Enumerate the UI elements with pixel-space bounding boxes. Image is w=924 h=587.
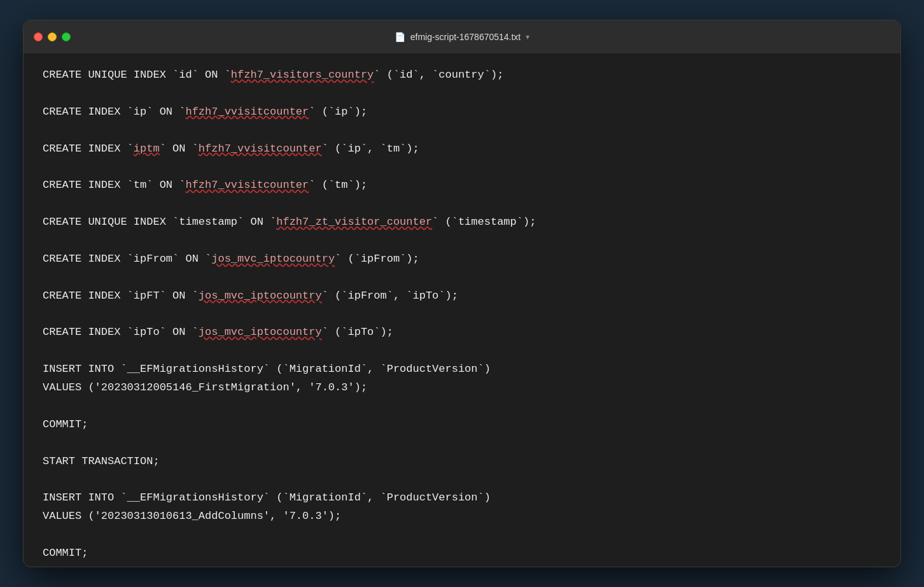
close-button[interactable] (34, 32, 43, 41)
code-line-12 (43, 269, 881, 287)
code-line-11: CREATE INDEX `ipFrom` ON `jos_mvc_iptoco… (43, 250, 881, 269)
minimize-button[interactable] (48, 32, 57, 41)
code-editor: CREATE UNIQUE INDEX `id` ON `hfzh7_visit… (43, 66, 881, 563)
code-line-4 (43, 122, 881, 140)
window-title-area: 📄 efmig-script-1678670514.txt ▾ (395, 32, 530, 42)
app-window: 📄 efmig-script-1678670514.txt ▾ CREATE U… (23, 20, 901, 567)
code-line-17: INSERT INTO `__EFMigrationsHistory` (`Mi… (43, 360, 881, 379)
code-line-15: CREATE INDEX `ipTo` ON `jos_mvc_iptocoun… (43, 323, 881, 342)
code-line-21 (43, 434, 881, 453)
file-icon: 📄 (395, 32, 405, 42)
code-line-1: CREATE UNIQUE INDEX `id` ON `hfzh7_visit… (43, 66, 881, 85)
code-line-3: CREATE INDEX `ip` ON `hfzh7_vvisitcounte… (43, 103, 881, 122)
code-line-25: VALUES ('20230313010613_AddColumns', '7.… (43, 507, 881, 526)
code-line-23 (43, 471, 881, 490)
code-line-18: VALUES ('20230312005146_FirstMigration',… (43, 379, 881, 397)
chevron-down-icon[interactable]: ▾ (526, 32, 529, 41)
code-line-26 (43, 526, 881, 544)
code-line-22: START TRANSACTION; (43, 453, 881, 471)
traffic-lights (34, 32, 71, 41)
window-title: efmig-script-1678670514.txt (410, 32, 521, 42)
code-line-16 (43, 342, 881, 360)
code-line-6 (43, 158, 881, 176)
code-line-9: CREATE UNIQUE INDEX `timestamp` ON `hfzh… (43, 213, 881, 232)
code-line-24: INSERT INTO `__EFMigrationsHistory` (`Mi… (43, 489, 881, 507)
code-line-20: COMMIT; (43, 416, 881, 434)
code-line-10 (43, 232, 881, 250)
code-line-2 (43, 85, 881, 103)
code-line-19 (43, 397, 881, 416)
code-line-7: CREATE INDEX `tm` ON `hfzh7_vvisitcounte… (43, 176, 881, 195)
code-line-27: COMMIT; (43, 544, 881, 563)
maximize-button[interactable] (62, 32, 71, 41)
titlebar: 📄 efmig-script-1678670514.txt ▾ (24, 20, 900, 53)
code-line-8 (43, 195, 881, 213)
code-content[interactable]: CREATE UNIQUE INDEX `id` ON `hfzh7_visit… (24, 53, 900, 567)
code-line-14 (43, 306, 881, 324)
code-line-13: CREATE INDEX `ipFT` ON `jos_mvc_iptocoun… (43, 287, 881, 306)
code-line-5: CREATE INDEX `iptm` ON `hfzh7_vvisitcoun… (43, 140, 881, 159)
